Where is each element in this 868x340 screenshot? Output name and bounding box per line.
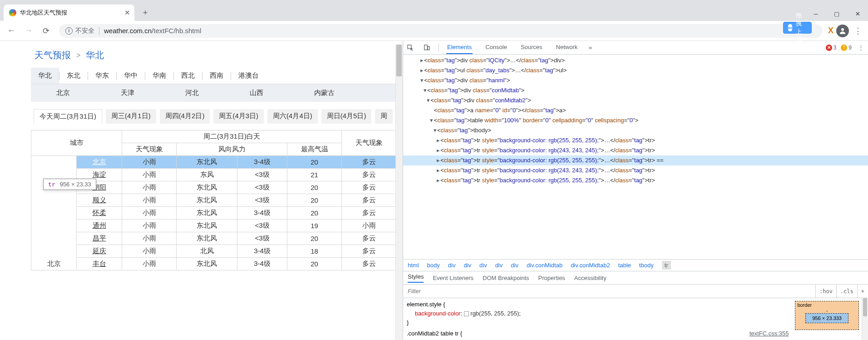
styles-scrollbar[interactable] <box>862 298 868 340</box>
tab-close-icon[interactable]: ✕ <box>123 9 131 16</box>
bc-node[interactable]: div <box>464 262 471 269</box>
region-tab[interactable]: 华北 <box>31 68 59 84</box>
breadcrumb-b[interactable]: 华北 <box>86 49 104 61</box>
device-toggle-icon[interactable] <box>422 43 431 52</box>
devtools-tab[interactable]: Network <box>555 41 579 54</box>
bc-node[interactable]: div <box>495 262 503 269</box>
city-link[interactable]: 丰台 <box>93 260 106 267</box>
bc-node[interactable]: div <box>448 262 456 269</box>
element-node[interactable]: ▾<class="tag">div class="conMidtab2"> <box>403 95 868 105</box>
city-link[interactable]: 北京 <box>93 158 106 165</box>
bc-node[interactable]: table <box>618 262 631 269</box>
day-tab[interactable]: 周日(4月5日) <box>321 109 372 124</box>
element-node[interactable]: ▾<class="tag">table width="100%" border=… <box>403 115 868 125</box>
cls-toggle[interactable]: .cls <box>836 285 857 298</box>
city-link[interactable]: 怀柔 <box>93 209 106 216</box>
address-bar[interactable]: i 不安全 weather.com.cn/textFC/hb.shtml <box>59 24 823 38</box>
styles-rules[interactable]: element.style { background-color: rgb(25… <box>403 298 792 340</box>
day-tab[interactable]: 周五(4月3日) <box>213 109 264 124</box>
city-link[interactable]: 顺义 <box>93 196 106 204</box>
element-node[interactable]: ▸<class="tag">tr style="background-color… <box>403 175 868 185</box>
element-node[interactable]: ▸<class="tag">ul class="day_tabs">…</cla… <box>403 65 868 75</box>
bc-node[interactable]: tbody <box>639 262 654 269</box>
insecure-indicator[interactable]: i 不安全 <box>65 27 94 35</box>
error-count[interactable]: ✕3 <box>826 45 837 51</box>
bc-node[interactable]: tr <box>662 261 671 270</box>
city-link[interactable]: 通州 <box>93 221 106 229</box>
bc-node[interactable]: html <box>408 262 419 269</box>
region-tab[interactable]: 西南 <box>202 68 231 84</box>
element-node[interactable]: ▸<class="tag">tr style="background-color… <box>403 165 868 175</box>
element-node[interactable]: ▾<class="tag">div class="hanml"> <box>403 75 868 85</box>
profile-avatar-icon[interactable] <box>836 25 849 37</box>
city-link[interactable]: 昌平 <box>93 234 106 242</box>
province-tab[interactable]: 山西 <box>224 84 289 102</box>
table-cell: 小雨 <box>342 220 396 232</box>
province-tab[interactable]: 北京 <box>31 84 95 102</box>
source-link[interactable]: textFC.css:355 <box>750 329 789 338</box>
styles-subtab[interactable]: Event Listeners <box>433 275 473 281</box>
styles-subtab[interactable]: Styles <box>408 273 424 283</box>
element-node[interactable]: <class="tag">a name="0" id="0"></class="… <box>403 105 868 115</box>
region-tab[interactable]: 华中 <box>117 68 145 84</box>
styles-subtab[interactable]: DOM Breakpoints <box>483 275 529 281</box>
table-cell: 小雨 <box>122 220 177 232</box>
devtools-more-tabs-icon[interactable]: » <box>586 43 595 52</box>
color-swatch-icon[interactable] <box>464 311 469 316</box>
day-tab[interactable]: 周四(4月2日) <box>160 109 210 124</box>
devtools-tab[interactable]: Sources <box>520 41 543 54</box>
scrollbar-thumb[interactable] <box>396 45 402 76</box>
region-tab[interactable]: 华南 <box>145 68 173 84</box>
devtools-menu-icon[interactable]: ⋮ <box>856 43 865 52</box>
region-tab[interactable]: 港澳台 <box>231 68 266 84</box>
add-class-button[interactable]: + <box>857 285 868 298</box>
browser-menu-button[interactable]: ⋮ <box>852 25 864 37</box>
region-tab[interactable]: 华东 <box>88 68 116 84</box>
devtools-tab[interactable]: Elements <box>446 41 473 54</box>
province-tab[interactable]: 内蒙古 <box>289 84 360 102</box>
day-tab[interactable]: 今天周二(3月31日) <box>34 109 102 124</box>
window-close-button[interactable]: ✕ <box>847 6 868 21</box>
element-node[interactable]: ▸<class="tag">div class="lQCity">…</clas… <box>403 55 868 65</box>
styles-filter-input[interactable] <box>403 288 815 295</box>
warning-count[interactable]: !9 <box>841 45 852 51</box>
new-tab-button[interactable]: + <box>139 6 152 19</box>
devtools-tab[interactable]: Console <box>484 41 508 54</box>
breadcrumb-path[interactable]: htmlbodydivdivdivdivdivdiv.conMidtabdiv.… <box>403 259 868 271</box>
bc-node[interactable]: div.conMidtab <box>527 262 562 269</box>
window-maximize-button[interactable]: ▢ <box>826 6 847 21</box>
city-link[interactable]: 海淀 <box>93 170 106 178</box>
elements-tree[interactable]: ▸<class="tag">div class="lQCity">…</clas… <box>403 55 868 259</box>
city-link[interactable]: 延庆 <box>93 247 106 255</box>
day-tab[interactable]: 周 <box>375 109 393 124</box>
province-tab[interactable]: 河北 <box>160 84 224 102</box>
window-minimize-button[interactable]: ─ <box>805 6 826 21</box>
day-tab[interactable]: 周六(4月4日) <box>267 109 318 124</box>
nav-back-button[interactable]: ← <box>4 23 19 39</box>
browser-tab[interactable]: 华北地区天气预报 ✕ <box>4 5 134 21</box>
nav-forward-button[interactable]: → <box>21 23 36 39</box>
element-node[interactable]: ▸<class="tag">tr style="background-color… <box>403 155 868 165</box>
hov-toggle[interactable]: :hov <box>815 285 836 298</box>
element-node[interactable]: ▾<class="tag">div class="conMidtab"> <box>403 85 868 95</box>
region-tab[interactable]: 东北 <box>59 68 88 84</box>
bc-node[interactable]: div <box>511 262 518 269</box>
region-tab[interactable]: 西北 <box>174 68 202 84</box>
nav-reload-button[interactable]: ⟳ <box>38 23 54 39</box>
breadcrumb-a[interactable]: 天气预报 <box>35 49 71 61</box>
bc-node[interactable]: div <box>479 262 487 269</box>
extension-x-icon[interactable]: X <box>828 26 833 35</box>
element-node[interactable]: ▾<class="tag">tbody> <box>403 125 868 135</box>
province-tab[interactable]: 天津 <box>95 84 160 102</box>
element-node[interactable]: ▸<class="tag">tr style="background-color… <box>403 135 868 145</box>
inspect-element-icon[interactable] <box>406 43 415 52</box>
day-tab[interactable]: 周三(4月1日) <box>106 109 156 124</box>
upload-badge[interactable]: ∞ 拖拽上传 <box>783 22 812 34</box>
table-cell: <3级 <box>237 194 287 207</box>
styles-subtab[interactable]: Accessibility <box>574 275 607 281</box>
page-scrollbar[interactable] <box>395 45 403 340</box>
element-node[interactable]: ▸<class="tag">tr style="background-color… <box>403 145 868 155</box>
bc-node[interactable]: div.conMidtab2 <box>571 262 610 269</box>
bc-node[interactable]: body <box>427 262 440 269</box>
styles-subtab[interactable]: Properties <box>538 275 565 281</box>
